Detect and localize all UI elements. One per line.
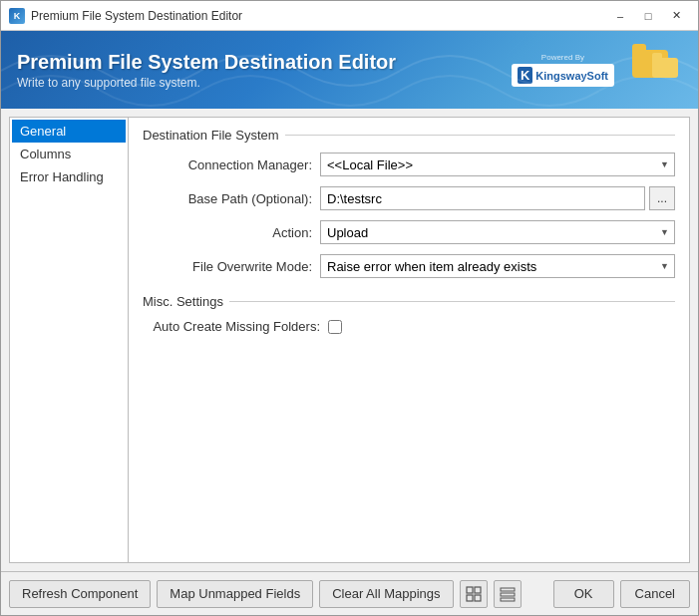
title-bar: K Premium File System Destination Editor… [1,1,698,31]
file-overwrite-row: File Overwrite Mode: Raise error when it… [143,254,675,278]
sidebar: General Columns Error Handling [9,117,129,563]
app-icon: K [9,8,25,24]
header-banner: Premium File System Destination Editor W… [1,31,698,109]
refresh-button[interactable]: Refresh Component [9,580,151,608]
clear-mappings-button[interactable]: Clear All Mappings [319,580,453,608]
base-path-control: ... [320,186,675,210]
svg-rect-1 [475,587,481,593]
folder-icon-area [632,50,682,90]
file-overwrite-control: Raise error when item already existsOver… [320,254,675,278]
grid-icon [466,586,482,602]
content-panel: Destination File System Connection Manag… [129,117,690,563]
action-label: Action: [143,225,312,240]
sidebar-item-general[interactable]: General [12,120,126,143]
action-select[interactable]: Upload [320,220,675,244]
file-overwrite-label: File Overwrite Mode: [143,259,312,274]
logo-box: K KingswaySoft [512,64,614,87]
auto-create-checkbox[interactable] [328,320,342,334]
minimize-button[interactable]: – [606,5,634,27]
svg-rect-5 [501,593,515,596]
main-content: General Columns Error Handling Destinati… [1,109,698,571]
logo-k: K [518,67,532,84]
svg-rect-3 [475,595,481,601]
icon-button-2[interactable] [494,580,522,608]
header-subtitle: Write to any supported file system. [17,76,512,90]
map-unmapped-button[interactable]: Map Unmapped Fields [157,580,313,608]
close-button[interactable]: ✕ [662,5,690,27]
logo-name: KingswaySoft [535,70,608,82]
bottom-toolbar: Refresh Component Map Unmapped Fields Cl… [1,571,698,615]
ok-button[interactable]: OK [553,580,614,608]
title-bar-text: Premium File System Destination Editor [31,9,606,23]
cancel-button[interactable]: Cancel [620,580,690,608]
misc-section-title: Misc. Settings [143,294,223,309]
connection-manager-label: Connection Manager: [143,157,312,172]
connection-manager-select[interactable]: <<Local File>> [320,153,675,176]
misc-section-header: Misc. Settings [143,294,675,309]
base-path-label: Base Path (Optional): [143,191,312,206]
sidebar-item-error-handling[interactable]: Error Handling [12,165,126,188]
action-select-wrapper[interactable]: Upload [320,220,675,244]
auto-create-row: Auto Create Missing Folders: [143,319,675,334]
auto-create-label: Auto Create Missing Folders: [143,319,320,334]
connection-manager-row: Connection Manager: <<Local File>> [143,153,675,176]
svg-rect-4 [501,588,515,591]
action-control: Upload [320,220,675,244]
list-icon [500,586,516,602]
connection-manager-control: <<Local File>> [320,153,675,176]
main-window: K Premium File System Destination Editor… [0,0,699,616]
folder-small-icon [652,58,678,78]
destination-section-title: Destination File System [143,128,279,143]
svg-rect-0 [467,587,473,593]
destination-section-header: Destination File System [143,128,675,143]
svg-rect-2 [467,595,473,601]
file-overwrite-select-wrapper[interactable]: Raise error when item already existsOver… [320,254,675,278]
base-path-row: Base Path (Optional): ... [143,186,675,210]
base-path-input[interactable] [320,186,645,210]
header-text: Premium File System Destination Editor W… [17,51,512,90]
powered-by-text: Powered By [541,53,584,62]
action-row: Action: Upload [143,220,675,244]
browse-button[interactable]: ... [649,186,675,210]
maximize-button[interactable]: □ [634,5,662,27]
header-logo: Powered By K KingswaySoft [512,53,614,87]
file-overwrite-select[interactable]: Raise error when item already existsOver… [320,254,675,278]
title-bar-controls: – □ ✕ [606,5,690,27]
connection-manager-select-wrapper[interactable]: <<Local File>> [320,153,675,176]
sidebar-item-columns[interactable]: Columns [12,143,126,165]
icon-button-1[interactable] [460,580,488,608]
header-title: Premium File System Destination Editor [17,51,512,74]
svg-rect-6 [501,598,515,601]
